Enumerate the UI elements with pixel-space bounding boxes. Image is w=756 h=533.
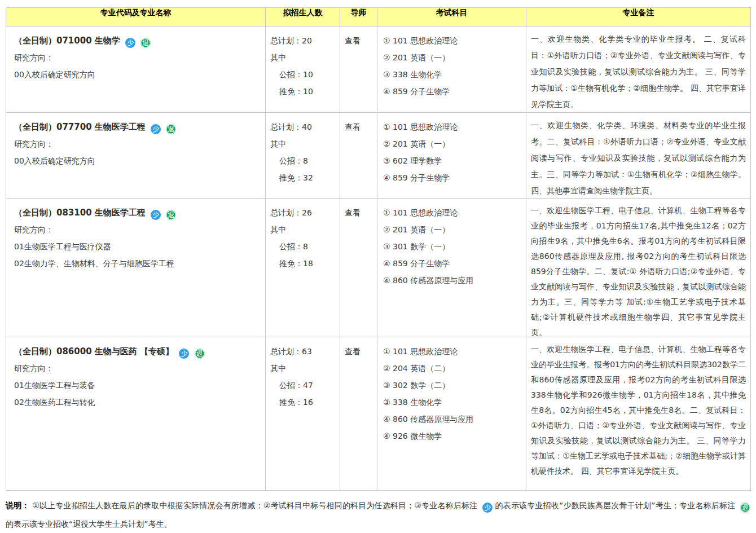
plan-total: 总计划：40: [270, 118, 339, 135]
exam-subject: ④ 859 分子生物学: [383, 83, 524, 100]
exam-subject: ④ 926 微生物学: [383, 428, 524, 444]
veteran-plan-icon: 退: [166, 124, 176, 134]
plan-among: 其中: [270, 221, 339, 238]
exam-subject: ③ 338 生物化学: [383, 66, 524, 83]
notes-footer: 说明： ①以上专业拟招生人数在最后的录取中根据实际情况会有所增减；②考试科目中标…: [6, 496, 750, 533]
plan-among: 其中: [270, 49, 339, 66]
program-title: （全日制）083100 生物医学工程 少 退: [14, 204, 260, 221]
table-header-row: 专业代码及专业名称 拟招生人数 导师 考试科目 专业备注: [6, 8, 751, 27]
exam-subject: ④ 860 传感器原理与应用: [383, 411, 524, 428]
plan-total: 总计划：26: [270, 204, 339, 221]
plan-exempt: 推免：32: [270, 169, 339, 186]
veteran-plan-icon: 退: [166, 210, 176, 220]
veteran-plan-icon: 退: [740, 503, 750, 513]
exam-subject: ④ 859 分子生物学: [383, 169, 524, 186]
program-name: （全日制）071000 生物学: [14, 36, 120, 46]
col-header-tutor: 导师: [340, 8, 377, 27]
exam-subject: ② 204 英语（二）: [383, 360, 524, 377]
veteran-plan-icon: 退: [195, 349, 205, 359]
direction-label: 研究方向：: [14, 221, 260, 238]
exam-subject: ② 201 英语（一）: [383, 221, 524, 238]
exam-subject: ④ 860 传感器原理与应用: [383, 272, 524, 289]
program-name: （全日制）083100 生物医学工程: [14, 208, 146, 218]
notes-label: 说明：: [6, 501, 30, 510]
exam-subject: ① 101 思想政治理论: [383, 204, 524, 221]
direction-item: 01生物医学工程与装备: [14, 377, 260, 394]
program-title: （全日制）086000 生物与医药 【专硕】 少 退: [14, 343, 260, 360]
exam-subject: ① 101 思想政治理论: [383, 32, 524, 49]
exam-subject: ② 201 英语（一）: [383, 135, 524, 152]
direction-label: 研究方向：: [14, 49, 260, 66]
view-tutors-link[interactable]: 查看: [345, 208, 361, 217]
plan-public: 公招：10: [270, 66, 339, 83]
program-title: （全日制）071000 生物学 少 退: [14, 32, 260, 49]
view-tutors-link[interactable]: 查看: [345, 122, 361, 131]
exam-subject: ③ 301 数学（一）: [383, 238, 524, 255]
program-remark: 一、欢迎生物医学工程、电子信息、计算机、生物工程等各专业的毕业生报考，01方向招…: [531, 203, 746, 336]
table-row: （全日制）083100 生物医学工程 少 退 研究方向： 01生物医学工程与医疗…: [6, 199, 751, 337]
admissions-table: 专业代码及专业名称 拟招生人数 导师 考试科目 专业备注 （全日制）071000…: [6, 7, 751, 491]
view-tutors-link[interactable]: 查看: [345, 347, 361, 356]
notes-text-part1: ①以上专业拟招生人数在最后的录取中根据实际情况会有所增减；②考试科目中标号相同的…: [32, 501, 477, 510]
minority-plan-icon: 少: [151, 210, 161, 220]
direction-label: 研究方向：: [14, 135, 260, 152]
direction-label: 研究方向：: [14, 360, 260, 377]
program-name: （全日制）086000 生物与医药 【专硕】: [14, 346, 174, 356]
minority-plan-icon: 少: [179, 349, 189, 359]
direction-item: 00入校后确定研究方向: [14, 152, 260, 169]
plan-total: 总计划：20: [270, 32, 339, 49]
plan-exempt: 推免：10: [270, 83, 339, 100]
minority-plan-icon: 少: [151, 124, 161, 134]
minority-plan-icon: 少: [482, 503, 493, 513]
direction-item: 02生物力学、生物材料、分子与细胞医学工程: [14, 255, 260, 272]
exam-subject: ③ 302 数学（二）: [383, 377, 524, 394]
program-title: （全日制）077700 生物医学工程 少 退: [14, 118, 260, 135]
plan-total: 总计划：63: [270, 343, 339, 360]
notes-text-part3: 的表示该专业招收“退役大学生士兵计划”考生。: [6, 519, 172, 528]
exam-subject: ③ 338 生物化学: [383, 394, 524, 411]
direction-item: 00入校后确定研究方向: [14, 66, 260, 83]
col-header-subjects: 考试科目: [377, 8, 526, 27]
exam-subject: ① 101 思想政治理论: [383, 118, 524, 135]
plan-public: 公招：8: [270, 238, 339, 255]
exam-subject: ② 201 英语（一）: [383, 49, 524, 66]
col-header-remarks: 专业备注: [526, 8, 751, 27]
program-remark: 一、欢迎生物医学工程、电子信息、计算机、生物工程等各专业的毕业生报考。报考01方…: [531, 342, 746, 479]
plan-among: 其中: [270, 135, 339, 152]
view-tutors-link[interactable]: 查看: [345, 36, 361, 45]
veteran-plan-icon: 退: [140, 38, 151, 48]
minority-plan-icon: 少: [125, 38, 135, 48]
plan-exempt: 推免：18: [270, 255, 339, 272]
plan-public: 公招：47: [270, 377, 339, 394]
program-remark: 一、欢迎生物类、化学类专业的毕业生报考。 二、复试科目：①外语听力口语；②专业外…: [531, 31, 746, 112]
exam-subject: ④ 859 分子生物学: [383, 255, 524, 272]
table-row: （全日制）077700 生物医学工程 少 退 研究方向： 00入校后确定研究方向…: [6, 113, 751, 199]
plan-public: 公招：8: [270, 152, 339, 169]
direction-item: 01生物医学工程与医疗仪器: [14, 238, 260, 255]
plan-exempt: 推免：16: [270, 394, 339, 411]
table-row: （全日制）071000 生物学 少 退 研究方向： 00入校后确定研究方向 总计…: [6, 27, 751, 113]
plan-among: 其中: [270, 360, 339, 377]
col-header-quota: 拟招生人数: [266, 8, 340, 27]
program-remark: 一、欢迎生物类、化学类、环境类、材料类专业的毕业生报考。二、复试科目：①外语听力…: [531, 117, 746, 197]
exam-subject: ① 101 思想政治理论: [383, 343, 524, 360]
program-name: （全日制）077700 生物医学工程: [14, 122, 146, 132]
table-row: （全日制）086000 生物与医药 【专硕】 少 退 研究方向： 01生物医学工…: [6, 337, 751, 491]
exam-subject: ③ 602 理学数学: [383, 152, 524, 169]
notes-text-part2: 的表示该专业招收“少数民族高层次骨干计划”考生；专业名称后标注: [495, 501, 736, 510]
direction-item: 02生物医药工程与转化: [14, 394, 260, 411]
col-header-program: 专业代码及专业名称: [6, 8, 266, 27]
